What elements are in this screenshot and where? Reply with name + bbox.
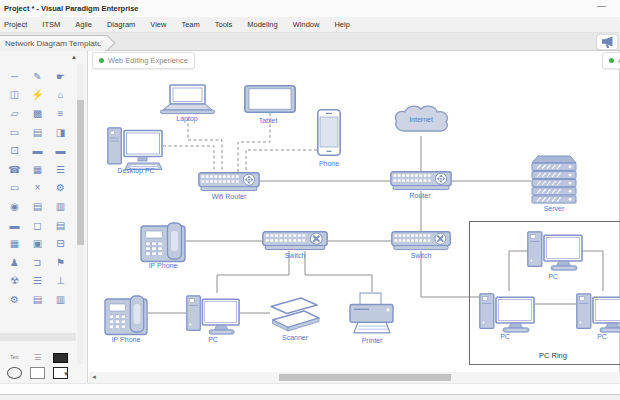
filled-rectangle-icon[interactable]: [49, 350, 72, 365]
radioactive-icon[interactable]: ☢: [3, 272, 26, 291]
radio-tower-icon[interactable]: ▬: [3, 216, 26, 235]
menu-item-agile[interactable]: Agile: [75, 20, 92, 29]
person-icon[interactable]: ♟: [3, 253, 26, 272]
node-ip-phone-2[interactable]: [104, 294, 148, 336]
wireless-connection-line: [188, 118, 222, 172]
menu-item-window[interactable]: Window: [293, 20, 320, 29]
router-icon[interactable]: ▬: [26, 141, 49, 160]
database-icon[interactable]: ▤: [26, 197, 49, 216]
menu-item-view[interactable]: View: [150, 20, 166, 29]
title-bar: Project * - Visual Paradigm Enterprise —: [0, 0, 620, 18]
node-desktop-pc[interactable]: [107, 127, 163, 172]
group-label-pc-ring: PC Ring: [539, 351, 567, 360]
node-label-ip-phone-2: IP Phone: [112, 336, 141, 343]
horizontal-scrollbar[interactable]: ◄: [89, 372, 620, 383]
menu-item-tools[interactable]: Tools: [215, 20, 233, 29]
node-printer[interactable]: [349, 292, 395, 336]
auto-badge[interactable]: Aut: [602, 52, 620, 69]
printer-icon[interactable]: ▦: [26, 160, 49, 179]
usb-drive-icon[interactable]: ⊟: [49, 234, 72, 253]
menu-item-modeling[interactable]: Modeling: [247, 20, 277, 29]
firewall-icon[interactable]: ▩: [26, 104, 49, 123]
display-icon[interactable]: ◻: [26, 216, 49, 235]
smart-card-icon[interactable]: ▣: [26, 234, 49, 253]
text-tool-icon[interactable]: Text: [3, 350, 26, 365]
rack-arrows-icon: [198, 172, 260, 192]
server-icon[interactable]: ▤: [26, 123, 49, 142]
node-label-wifi-router: Wifi Router: [212, 193, 247, 200]
pc-icon: [576, 291, 620, 335]
rack-icon[interactable]: ◨: [49, 123, 72, 142]
shape-palette-grid: ─✎☛◫⚡⌂▱▩≡▭▤◨⊡▬▬☎▦☰▭×⚙◉▤▥▬◻▤▦▣⊟♟⊐⚑☢☰⊥⚙▤▥: [3, 67, 75, 309]
pod-icon[interactable]: ⊐: [26, 253, 49, 272]
connector-icon[interactable]: ─: [3, 67, 26, 86]
cctv-camera-icon[interactable]: ◉: [3, 197, 26, 216]
node-ip-phone-1[interactable]: [140, 221, 186, 263]
menu-item-project[interactable]: Project: [4, 20, 27, 29]
monitor-icon[interactable]: ⊡: [3, 141, 26, 160]
modem-icon[interactable]: ▭: [3, 179, 26, 198]
satellite-dish-icon[interactable]: ⚙: [49, 179, 72, 198]
minimize-button[interactable]: —: [597, 1, 606, 11]
books-icon[interactable]: ◫: [3, 86, 26, 105]
rectangle-icon[interactable]: [26, 365, 49, 380]
palette-scrollbar[interactable]: [77, 64, 84, 364]
database-alt-icon[interactable]: ▥: [49, 197, 72, 216]
array-icon[interactable]: ▥: [49, 290, 72, 309]
scroll-left-icon[interactable]: ◄: [91, 374, 97, 380]
node-pc-1[interactable]: [186, 293, 240, 337]
fax-machine-icon[interactable]: ☎: [3, 160, 26, 179]
node-switch-1[interactable]: [262, 231, 328, 251]
server-tower-icon[interactable]: ☰: [49, 160, 72, 179]
node-label-phone: Phone: [319, 160, 339, 167]
web-editing-badge[interactable]: Web Editing Experience: [92, 52, 195, 69]
node-router[interactable]: [390, 171, 452, 191]
node-label-desktop-pc: Desktop PC: [117, 167, 154, 174]
pencil-icon[interactable]: ✎: [26, 67, 49, 86]
tab-network-diagram-template[interactable]: Network Diagram Template: [0, 35, 106, 51]
announcement-button[interactable]: [597, 35, 617, 49]
menu-item-team[interactable]: Team: [181, 20, 199, 29]
connection-line: [305, 251, 372, 292]
menu-item-diagram[interactable]: Diagram: [107, 20, 135, 29]
palette-scroll-down-icon[interactable]: ▼: [63, 371, 69, 377]
raid-icon[interactable]: ▤: [26, 290, 49, 309]
node-wifi-router[interactable]: [198, 172, 260, 192]
lightning-icon[interactable]: ⚡: [26, 86, 49, 105]
projector-screen-icon[interactable]: ⚑: [49, 253, 72, 272]
oval-icon[interactable]: [3, 365, 26, 380]
node-switch-2[interactable]: [391, 231, 451, 251]
node-server[interactable]: [531, 155, 577, 205]
hub-icon[interactable]: ▬: [49, 141, 72, 160]
node-tablet[interactable]: [244, 85, 296, 113]
game-controller-icon[interactable]: ≡: [49, 104, 72, 123]
gear-icon[interactable]: ⚙: [3, 290, 26, 309]
node-phone[interactable]: [317, 109, 341, 156]
palette-scrollbar-thumb[interactable]: [77, 100, 84, 245]
pointer-hand-icon[interactable]: ☛: [49, 67, 72, 86]
scale-icon[interactable]: ⊥: [49, 272, 72, 291]
node-scanner[interactable]: [270, 297, 320, 333]
menu-item-help[interactable]: Help: [334, 20, 349, 29]
menu-item-itsm[interactable]: ITSM: [42, 20, 60, 29]
node-pc-ring-left[interactable]: [479, 291, 535, 335]
palette-scroll-up-icon[interactable]: ▲: [71, 54, 77, 60]
pc-icon: [479, 291, 535, 335]
server-rack-icon[interactable]: ▦: [3, 234, 26, 253]
workstation-icon[interactable]: ⌂: [49, 86, 72, 105]
node-label-internet-cloud: Internet: [409, 116, 433, 123]
node-laptop[interactable]: [155, 84, 219, 116]
laptop-icon: [155, 84, 219, 116]
db-stack-icon[interactable]: ☰: [26, 272, 49, 291]
shape-palette-sidebar: ▲ ─✎☛◫⚡⌂▱▩≡▭▤◨⊡▬▬☎▦☰▭×⚙◉▤▥▬◻▤▦▣⊟♟⊐⚑☢☰⊥⚙▤…: [0, 50, 88, 383]
node-pc-ring-top[interactable]: [527, 229, 583, 273]
antenna-icon[interactable]: ×: [26, 179, 49, 198]
node-label-pc-1: PC: [208, 336, 218, 343]
copy-icon[interactable]: ▱: [3, 104, 26, 123]
storage-icon[interactable]: ▤: [49, 216, 72, 235]
terminator-icon[interactable]: ▭: [3, 123, 26, 142]
node-pc-ring-right[interactable]: [576, 291, 620, 335]
wireless-connection-line: [163, 146, 214, 172]
note-lines-icon[interactable]: ☰: [26, 350, 49, 365]
horizontal-scrollbar-thumb[interactable]: [279, 374, 451, 381]
